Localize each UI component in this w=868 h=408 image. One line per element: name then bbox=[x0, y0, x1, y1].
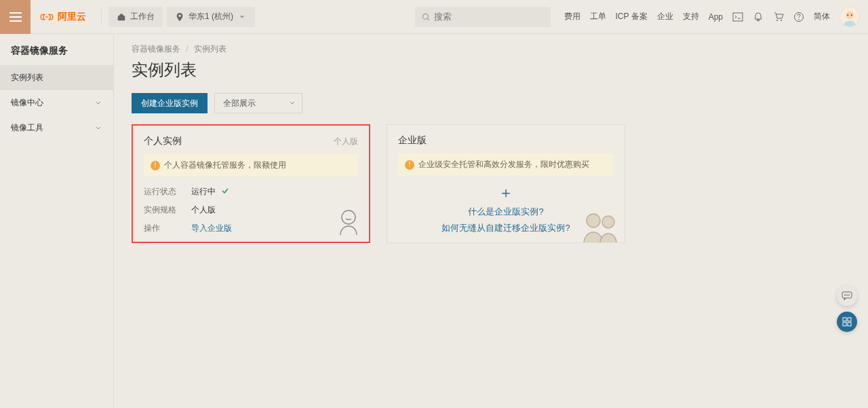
card-badge: 个人版 bbox=[334, 136, 358, 147]
alert-text: 个人容器镜像托管服务，限额使用 bbox=[164, 160, 286, 171]
workspace-chip[interactable]: 工作台 bbox=[108, 7, 163, 27]
info-icon: ! bbox=[151, 161, 160, 170]
svg-point-14 bbox=[602, 216, 614, 228]
brand-logo[interactable]: 阿里云 bbox=[40, 10, 86, 24]
svg-rect-3 bbox=[733, 13, 743, 21]
svg-point-4 bbox=[776, 20, 778, 21]
sidebar-item-label: 实例列表 bbox=[11, 72, 43, 84]
row-value-spec: 个人版 bbox=[191, 204, 358, 216]
avatar[interactable] bbox=[840, 7, 860, 27]
help-icon[interactable] bbox=[793, 12, 804, 22]
top-link-enterprise[interactable]: 企业 bbox=[657, 11, 673, 22]
apps-fab[interactable] bbox=[837, 312, 857, 332]
sidebar-item-image-center[interactable]: 镜像中心 bbox=[0, 90, 113, 115]
card-title-text: 个人实例 bbox=[144, 135, 182, 147]
top-link-icp[interactable]: ICP 备案 bbox=[616, 11, 648, 22]
chevron-down-icon bbox=[94, 99, 102, 107]
sidebar-item-label: 镜像中心 bbox=[11, 97, 43, 109]
breadcrumb-current: 实例列表 bbox=[194, 44, 226, 54]
enterprise-migration-link[interactable]: 如何无缝从自建迁移企业版实例? bbox=[441, 222, 570, 234]
menu-toggle-button[interactable] bbox=[0, 0, 31, 34]
top-link-fee[interactable]: 费用 bbox=[564, 11, 580, 22]
svg-point-7 bbox=[798, 18, 799, 19]
feedback-fab[interactable] bbox=[837, 286, 857, 306]
person-outline-icon bbox=[338, 209, 359, 235]
cart-icon[interactable] bbox=[773, 12, 784, 22]
check-icon bbox=[221, 187, 229, 195]
lang-switch[interactable]: 简体 bbox=[814, 11, 830, 22]
svg-point-11 bbox=[851, 14, 852, 16]
svg-point-1 bbox=[422, 14, 428, 19]
display-filter-select[interactable]: 全部展示 bbox=[214, 93, 302, 113]
sidebar-title: 容器镜像服务 bbox=[0, 34, 113, 65]
bell-icon[interactable] bbox=[753, 12, 764, 22]
chevron-down-icon bbox=[94, 124, 102, 132]
enterprise-what-is-link[interactable]: 什么是企业版实例? bbox=[468, 206, 543, 218]
svg-rect-22 bbox=[848, 322, 851, 326]
row-label-action: 操作 bbox=[144, 223, 191, 234]
svg-rect-21 bbox=[843, 322, 846, 326]
personal-instance-card: 个人实例 个人版 ! 个人容器镜像托管服务，限额使用 运行状态 运行中 实例规格… bbox=[132, 124, 370, 243]
search-input[interactable] bbox=[434, 12, 543, 22]
terminal-icon[interactable] bbox=[732, 12, 743, 22]
alert-text: 企业级安全托管和高效分发服务，限时优惠购买 bbox=[418, 159, 589, 170]
add-icon[interactable]: ＋ bbox=[498, 185, 513, 200]
svg-line-2 bbox=[427, 18, 429, 20]
grid-icon bbox=[842, 316, 852, 327]
workspace-label: 工作台 bbox=[130, 11, 155, 22]
svg-rect-20 bbox=[848, 318, 851, 321]
brand-name: 阿里云 bbox=[58, 11, 86, 23]
enterprise-alert: ! 企业级安全托管和高效分发服务，限时优惠购买 bbox=[398, 153, 614, 176]
search-icon bbox=[422, 12, 431, 22]
row-label-spec: 实例规格 bbox=[144, 204, 191, 216]
top-link-support[interactable]: 支持 bbox=[683, 11, 699, 22]
svg-point-5 bbox=[781, 20, 782, 21]
enterprise-card: 企业版 ! 企业级安全托管和高效分发服务，限时优惠购买 ＋ 什么是企业版实例? … bbox=[387, 124, 625, 243]
region-label: 华东1 (杭州) bbox=[189, 11, 233, 22]
aliyun-icon bbox=[40, 10, 54, 24]
top-link-app[interactable]: App bbox=[709, 12, 723, 22]
svg-point-10 bbox=[847, 14, 848, 16]
chevron-down-icon bbox=[237, 12, 247, 22]
breadcrumb-sep: / bbox=[186, 44, 188, 54]
breadcrumb-parent[interactable]: 容器镜像服务 bbox=[132, 44, 180, 54]
svg-point-17 bbox=[846, 295, 848, 296]
chat-icon bbox=[842, 291, 852, 301]
svg-point-9 bbox=[846, 11, 853, 18]
import-enterprise-link[interactable]: 导入企业版 bbox=[191, 223, 232, 233]
svg-point-12 bbox=[342, 210, 355, 224]
breadcrumb: 容器镜像服务 / 实例列表 bbox=[132, 43, 850, 55]
personal-alert: ! 个人容器镜像托管服务，限额使用 bbox=[144, 154, 358, 177]
region-selector[interactable]: 华东1 (杭州) bbox=[167, 7, 255, 27]
people-outline-icon bbox=[578, 210, 625, 243]
content-area: 容器镜像服务 / 实例列表 实例列表 创建企业版实例 全部展示 个人实例 个人版… bbox=[114, 34, 868, 408]
divider bbox=[101, 10, 102, 24]
chevron-down-icon bbox=[288, 99, 296, 107]
home-icon bbox=[117, 12, 126, 22]
svg-rect-19 bbox=[843, 318, 846, 321]
avatar-icon bbox=[840, 7, 859, 27]
svg-point-16 bbox=[844, 295, 846, 296]
svg-point-18 bbox=[848, 295, 850, 296]
sidebar-item-label: 镜像工具 bbox=[11, 122, 43, 134]
location-icon bbox=[175, 12, 184, 22]
row-value-status: 运行中 bbox=[191, 186, 358, 198]
info-icon: ! bbox=[405, 160, 414, 170]
sidebar-item-image-tools[interactable]: 镜像工具 bbox=[0, 115, 113, 141]
page-title: 实例列表 bbox=[132, 59, 850, 81]
sidebar-item-instance-list[interactable]: 实例列表 bbox=[0, 65, 113, 90]
sidebar: 容器镜像服务 实例列表 镜像中心 镜像工具 bbox=[0, 34, 114, 408]
svg-point-13 bbox=[587, 214, 600, 227]
row-label-status: 运行状态 bbox=[144, 186, 191, 198]
filter-label: 全部展示 bbox=[223, 98, 256, 109]
top-link-ticket[interactable]: 工单 bbox=[590, 11, 606, 22]
create-enterprise-instance-button[interactable]: 创建企业版实例 bbox=[132, 93, 208, 113]
search-box[interactable] bbox=[415, 7, 551, 27]
card-title-text: 企业版 bbox=[398, 134, 427, 147]
